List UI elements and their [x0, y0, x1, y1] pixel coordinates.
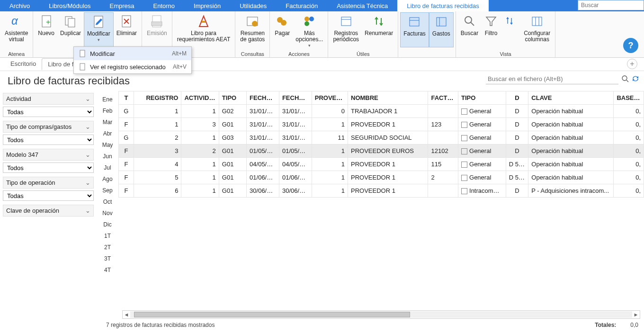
menu-entorno[interactable]: Entorno — [144, 0, 185, 11]
filtro-button[interactable]: Filtro — [481, 12, 501, 47]
col-clave[interactable]: CLAVE — [528, 91, 614, 105]
resumen-gastos-button-label: Resumen de gastos — [240, 30, 265, 43]
table-row[interactable]: F13G0131/01/20...31/01/20...1PROVEEDOR 1… — [119, 118, 644, 131]
cell: 31/01/20... — [279, 118, 312, 131]
registros-periodicos-button[interactable]: Registros periódicos — [330, 12, 362, 47]
eliminar-button[interactable]: Eliminar — [114, 12, 140, 47]
add-tab-button[interactable]: + — [627, 59, 637, 69]
emision-button[interactable]: Emisión — [144, 12, 170, 47]
month-dic[interactable]: Dic — [98, 219, 117, 230]
filter-clave-operacion-label[interactable]: Clave de operación⌄ — [3, 205, 94, 217]
table-row[interactable]: F51G0101/06/20...01/06/20...1PROVEEDOR 1… — [119, 171, 644, 184]
month-sep[interactable]: Sep — [98, 185, 117, 196]
col-t[interactable]: T — [119, 91, 134, 105]
dropdown-modificar[interactable]: ModificarAlt+M — [74, 47, 191, 60]
month-may[interactable]: May — [98, 139, 117, 151]
scroll-track[interactable] — [130, 311, 632, 318]
table-row[interactable]: F61G0130/06/20...30/06/20...1PROVEEDOR 1… — [119, 184, 644, 198]
month-nov[interactable]: Nov — [98, 208, 117, 219]
col-fecha-e-[interactable]: FECHA E... — [279, 91, 312, 105]
scroll-thumb[interactable] — [134, 312, 410, 317]
month-mar[interactable]: Mar — [98, 117, 117, 128]
menu-facturaci-n[interactable]: Facturación — [276, 0, 327, 11]
table-row[interactable]: F32G0101/05/20...01/05/20...1PROVEEDOR E… — [119, 144, 644, 158]
global-search-box[interactable] — [578, 0, 644, 10]
buscar-button[interactable]: Buscar — [458, 12, 481, 47]
cell: G03 — [219, 131, 246, 144]
search-icon[interactable] — [621, 75, 629, 84]
menu-impresi-n[interactable]: Impresión — [184, 0, 230, 11]
facturas-toggle[interactable]: Facturas — [400, 12, 429, 47]
gastos-toggle[interactable]: Gastos — [429, 12, 454, 47]
month-1t[interactable]: 1T — [98, 230, 117, 242]
col-factura[interactable]: FACTURA — [428, 91, 458, 105]
refresh-icon[interactable] — [632, 75, 639, 84]
month-oct[interactable]: Oct — [98, 196, 117, 208]
help-button[interactable]: ? — [623, 38, 638, 53]
menu-libros-m-dulos[interactable]: Libros/Módulos — [39, 0, 100, 11]
col-tipo[interactable]: TIPO — [458, 91, 506, 105]
filter-actividad-label[interactable]: Actividad⌄ — [3, 93, 94, 105]
pagar-button[interactable]: Pagar — [272, 12, 293, 47]
menu-archivo[interactable]: Archivo — [0, 0, 39, 11]
month-feb[interactable]: Feb — [98, 105, 117, 117]
col-tipo[interactable]: TIPO — [219, 91, 246, 105]
col-d[interactable]: D — [506, 91, 528, 105]
month-jun[interactable]: Jun — [98, 151, 117, 162]
checkbox-icon[interactable] — [461, 162, 467, 168]
libro-aeat-button[interactable]: Libro para requerimientos AEAT — [174, 12, 233, 47]
checkbox-icon[interactable] — [461, 135, 467, 141]
filter-tipo-operacion-select[interactable]: Todas — [3, 190, 94, 201]
cell: 31/01/20... — [247, 105, 279, 118]
col-proveedor[interactable]: PROVEEDOR — [312, 91, 348, 105]
month-jul[interactable]: Jul — [98, 162, 117, 173]
duplicar-button[interactable]: Duplicar — [57, 12, 84, 47]
month-ago[interactable]: Ago — [98, 173, 117, 185]
col-fecha-[interactable]: FECHA ... — [247, 91, 279, 105]
checkbox-icon[interactable] — [461, 122, 467, 128]
col-registro[interactable]: REGISTRO — [134, 91, 181, 105]
col-nombre[interactable]: NOMBRE — [348, 91, 428, 105]
tab-escritorio[interactable]: Escritorio — [5, 58, 42, 70]
menu-utilidades[interactable]: Utilidades — [230, 0, 276, 11]
filter-tipo-operacion-label[interactable]: Tipo de operación⌄ — [3, 177, 94, 189]
filter-tipo-compras-label[interactable]: Tipo de compras/gastos⌄ — [3, 121, 94, 133]
menu-empresa[interactable]: Empresa — [100, 0, 144, 11]
renumerar-button[interactable]: Renumerar — [362, 12, 396, 47]
menu-asistencia-t-cnica[interactable]: Asistencia Técnica — [327, 0, 397, 11]
dropdown-ver-registro[interactable]: Ver el registro seleccionadoAlt+V — [74, 60, 191, 73]
asistente-virtual-button[interactable]: αAsistente virtual — [2, 12, 31, 47]
scroll-right-arrow[interactable]: ► — [632, 312, 640, 317]
resumen-gastos-button[interactable]: Resumen de gastos — [237, 12, 268, 47]
filter-tipo-compras-select[interactable]: Todos — [3, 135, 94, 145]
col-base-exent[interactable]: BASE EXENT — [614, 91, 644, 105]
config-columnas-button[interactable]: Configurar columnas — [521, 12, 553, 47]
svg-rect-21 — [437, 18, 446, 26]
month-ene[interactable]: Ene — [98, 94, 117, 105]
month-4t[interactable]: 4T — [98, 264, 117, 276]
month-2t[interactable]: 2T — [98, 242, 117, 253]
scroll-left-arrow[interactable]: ◄ — [123, 312, 130, 317]
table-row[interactable]: F41G0104/05/20...04/05/20...1PROVEEDOR 1… — [119, 158, 644, 171]
filter-actividad-select[interactable]: Todas — [3, 107, 94, 117]
global-search-input[interactable] — [578, 0, 644, 10]
checkbox-icon[interactable] — [461, 148, 467, 154]
checkbox-icon[interactable] — [461, 188, 467, 194]
table-row[interactable]: G11G0231/01/20...31/01/20...0TRABAJADOR … — [119, 105, 644, 118]
col-actividad[interactable]: ACTIVIDAD — [181, 91, 219, 105]
filter-modelo-347-select[interactable]: Todos — [3, 162, 94, 173]
modificar-button[interactable]: Modificar▾ — [84, 12, 114, 47]
table-search-input[interactable] — [486, 74, 618, 84]
cell: 1 — [312, 144, 348, 158]
month-abr[interactable]: Abr — [98, 128, 117, 139]
horizontal-scrollbar[interactable]: ◄ ► — [122, 310, 640, 319]
nuevo-button[interactable]: +Nuevo — [35, 12, 57, 47]
table-row[interactable]: G21G0331/01/20...31/01/20...11SEGURIDAD … — [119, 131, 644, 144]
month-3t[interactable]: 3T — [98, 253, 117, 264]
menu-libro-de-facturas-recibidas[interactable]: Libro de facturas recibidas — [397, 0, 488, 11]
mas-opciones-button[interactable]: Más opciones...▾ — [293, 12, 326, 47]
checkbox-icon[interactable] — [461, 175, 467, 181]
sort-button[interactable] — [501, 12, 521, 47]
filter-modelo-347-label[interactable]: Modelo 347⌄ — [3, 149, 94, 161]
checkbox-icon[interactable] — [461, 108, 467, 115]
